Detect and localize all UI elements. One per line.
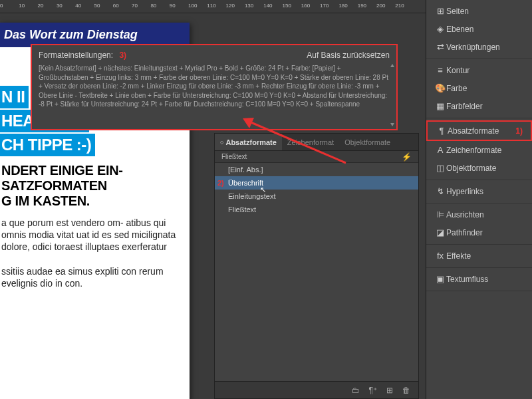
ruler-tick: 70	[132, 3, 138, 9]
style-item[interactable]: [Einf. Abs.]	[215, 163, 418, 176]
panel-label: Effekte	[446, 251, 471, 261]
subheading: NDERT EINIGE EIN-SATZFORMATENG IM KASTEN…	[0, 163, 190, 209]
side-panel-item-verknüpfungen[interactable]: ⇄Verknüpfungen	[426, 38, 532, 56]
side-panel-item-ebenen[interactable]: ◈Ebenen	[426, 20, 532, 38]
panel-icon: ¶	[436, 126, 448, 136]
panel-label: Seiten	[446, 7, 469, 16]
side-panel-group: ↯Hyperlinks	[426, 180, 532, 203]
side-panel-item-objektformate[interactable]: ◫Objektformate	[426, 159, 532, 177]
ruler-tick: 210	[395, 3, 404, 9]
style-item-label: Fließtext	[228, 205, 256, 213]
body-paragraph-2: ssitiis audae ea simus expliti con rerum…	[0, 265, 190, 289]
panel-footer: 🗀 ¶⁺ ⊞ 🗑	[215, 381, 418, 398]
ruler-tick: 90	[170, 3, 176, 9]
panel-icon: fx	[434, 251, 446, 261]
side-panel-item-farbfelder[interactable]: ▦Farbfelder	[426, 97, 532, 115]
side-panel-item-ausrichten[interactable]: ⊫Ausrichten	[426, 205, 532, 223]
panel-icon: 🎨	[434, 83, 446, 93]
style-item[interactable]: Einleitungstext	[215, 190, 418, 203]
style-item-label: Überschrift	[228, 179, 263, 187]
ruler-tick: 130	[245, 3, 253, 9]
annotation-1: 1)	[515, 126, 523, 136]
side-panel-group: ▣Textumfluss	[426, 268, 532, 291]
panel-label: Farbfelder	[446, 102, 483, 111]
tab-absatzformate[interactable]: Absatzformate	[215, 134, 282, 150]
side-panel-item-farbe[interactable]: 🎨Farbe	[426, 79, 532, 97]
ruler-tick: 10	[19, 3, 25, 9]
tooltip-body: [Kein Absatzformat] + nächstes: Einleitu…	[39, 64, 390, 109]
panel-label: Hyperlinks	[446, 187, 483, 196]
panel-icon: ◫	[434, 163, 446, 173]
tooltip-scrollbar[interactable]	[390, 64, 395, 126]
folder-icon[interactable]: 🗀	[352, 386, 360, 395]
ruler-tick: 40	[75, 3, 81, 9]
ruler-tick: 160	[301, 3, 310, 9]
subheading-line: G IM KASTEN.	[1, 194, 190, 209]
panel-label: Kontur	[446, 66, 469, 75]
side-panel-item-effekte[interactable]: fxEffekte	[426, 247, 532, 265]
new-style-icon[interactable]: ⊞	[386, 386, 393, 395]
headline-text: N II	[0, 86, 29, 108]
panel-label: Objektformate	[446, 164, 496, 173]
side-panel-item-kontur[interactable]: ≡Kontur	[426, 61, 532, 79]
panel-label: Absatzformate	[448, 126, 499, 136]
side-panel-group: ⊫Ausrichten◪Pathfinder	[426, 203, 532, 245]
clear-overrides-icon[interactable]: ¶⁺	[369, 386, 377, 395]
side-panel-dock: ⊞Seiten◈Ebenen⇄Verknüpfungen≡Kontur🎨Farb…	[426, 0, 532, 399]
ruler-tick: 30	[57, 3, 63, 9]
panel-icon: ↯	[434, 186, 446, 196]
side-panel-group: ⊞Seiten◈Ebenen⇄Verknüpfungen	[426, 0, 532, 59]
annotation-2: 2)	[217, 179, 224, 187]
panel-current-style: Fließtext ⚡	[215, 151, 418, 163]
panel-label: Pathfinder	[446, 228, 483, 237]
panel-label: Textumfluss	[446, 275, 488, 284]
ruler-tick: 50	[94, 3, 100, 9]
ruler-tick: 200	[376, 3, 385, 9]
side-panel-item-seiten[interactable]: ⊞Seiten	[426, 2, 532, 20]
ruler-tick: 60	[113, 3, 119, 9]
side-panel-item-textumfluss[interactable]: ▣Textumfluss	[426, 270, 532, 288]
side-panel-group: ¶Absatzformate1)AZeichenformate◫Objektfo…	[426, 118, 532, 180]
ruler-tick: 180	[338, 3, 347, 9]
ruler-tick: 80	[150, 3, 156, 9]
side-panel-group: ≡Kontur🎨Farbe▦Farbfelder	[426, 59, 532, 118]
tab-objektformate[interactable]: Objektformate	[339, 134, 396, 150]
panel-tabs: Absatzformate Zeichenformat Objektformat…	[215, 134, 418, 151]
panel-icon: ▣	[434, 274, 446, 284]
trash-icon[interactable]: 🗑	[402, 386, 410, 395]
panel-label: Zeichenformate	[446, 146, 501, 155]
ruler-tick: 150	[283, 3, 291, 9]
reset-to-base-button[interactable]: Auf Basis zurücksetzen	[307, 51, 390, 60]
side-panel-item-zeichenformate[interactable]: AZeichenformate	[426, 141, 532, 159]
paragraph-styles-panel: Absatzformate Zeichenformat Objektformat…	[214, 133, 419, 399]
panel-icon: A	[434, 145, 446, 155]
style-item[interactable]: 2)Überschrift↖	[215, 176, 418, 190]
side-panel-item-pathfinder[interactable]: ◪Pathfinder	[426, 223, 532, 241]
panel-label: Verknüpfungen	[446, 43, 500, 52]
ruler-tick: 20	[38, 3, 44, 9]
headline-text: CH TIPPE :-)	[0, 134, 95, 156]
body-paragraph-1: a que porum est vendero om- atibus qui o…	[0, 217, 190, 253]
clear-override-icon[interactable]: ⚡	[402, 152, 412, 162]
panel-icon: ◪	[434, 227, 446, 237]
side-panel-item-hyperlinks[interactable]: ↯Hyperlinks	[426, 182, 532, 200]
ruler-tick: 120	[226, 3, 235, 9]
panel-icon: ◈	[434, 24, 446, 34]
tab-zeichenformat[interactable]: Zeichenformat	[282, 134, 339, 150]
style-item[interactable]: Fließtext	[215, 203, 418, 216]
subheading-line: SATZFORMATEN	[1, 178, 190, 194]
subheading-line: NDERT EINIGE EIN-	[1, 163, 190, 178]
ruler-tick: 0	[0, 3, 3, 9]
style-item-label: Einleitungstext	[228, 192, 276, 200]
panel-label: Ausrichten	[446, 210, 484, 219]
panel-label: Farbe	[446, 84, 467, 93]
ruler-tick: 110	[207, 3, 215, 9]
panel-icon: ⊞	[434, 6, 446, 16]
ruler-tick: 190	[358, 3, 366, 9]
style-settings-tooltip: Formateinstellungen: 3) Auf Basis zurück…	[31, 44, 398, 130]
style-item-label: [Einf. Abs.]	[228, 166, 263, 174]
panel-icon: ▦	[434, 101, 446, 111]
ruler-tick: 100	[188, 3, 197, 9]
side-panel-item-absatzformate[interactable]: ¶Absatzformate1)	[426, 120, 532, 141]
panel-icon: ⊫	[434, 209, 446, 219]
